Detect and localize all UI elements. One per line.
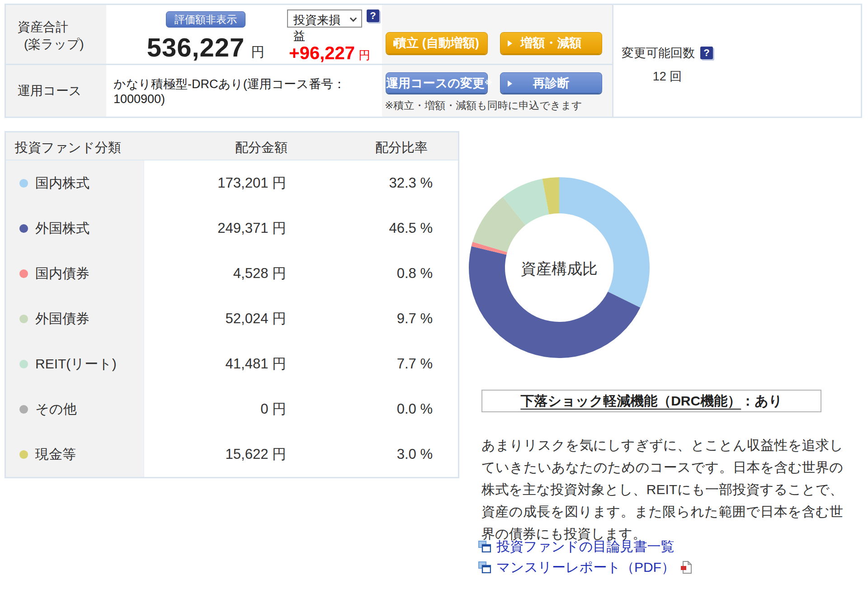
fund-label-cell: その他: [6, 387, 144, 432]
fund-color-dot: [19, 269, 28, 278]
fund-amount: 4,528 円: [144, 251, 293, 296]
button-arrow-icon: [393, 80, 398, 87]
fund-amount: 173,201 円: [144, 160, 293, 206]
fund-label-cell: 国内株式: [6, 160, 144, 206]
fund-table-body: 国内株式 173,201 円 32.3 % 外国株式 249,371 円 46.…: [6, 160, 458, 477]
document-link[interactable]: マンスリーレポート（PDF）: [478, 557, 692, 578]
profit-value: +96,227: [289, 43, 355, 63]
fund-color-dot: [19, 315, 28, 323]
asset-total-label-line1: 資産合計: [18, 19, 106, 36]
buttons-note: ※積立・増額・減額も同時に申込できます: [385, 99, 582, 113]
header-allocation-amount: 配分金額: [205, 139, 318, 157]
asset-summary-panel: 資産合計 (楽ラップ) 評価額非表示 536,227円 投資来損益 ?: [5, 4, 862, 118]
table-row: 現金等 15,622 円 3.0 %: [6, 432, 458, 477]
course-name-cell: かなり積極型-DRCあり(運用コース番号：1000900): [106, 65, 382, 117]
fund-allocation-table: 投資ファンド分類 配分金額 配分比率 国内株式 173,201 円 32.3 %…: [5, 131, 459, 478]
profit-unit: 円: [359, 48, 370, 62]
document-link-label: マンスリーレポート（PDF）: [496, 558, 675, 577]
fund-label-cell: 現金等: [6, 432, 144, 477]
course-row: 運用コース かなり積極型-DRCあり(運用コース番号：1000900) 運用コー…: [6, 64, 612, 117]
change-count-label: 変更可能回数: [622, 45, 695, 61]
asset-total-row: 資産合計 (楽ラップ) 評価額非表示 536,227円 投資来損益 ?: [6, 5, 612, 64]
document-link-label: 投資ファンドの目論見書一覧: [496, 537, 675, 556]
total-asset-unit: 円: [251, 44, 264, 59]
button-arrow-icon: [393, 40, 398, 47]
table-row: 国内株式 173,201 円 32.3 %: [6, 160, 458, 206]
asset-total-label: 資産合計 (楽ラップ): [6, 5, 106, 64]
tsumitate-button-label: 積立 (自動増額): [394, 36, 479, 50]
drc-feature-status: ：あり: [741, 392, 782, 410]
pdf-file-icon[interactable]: [680, 561, 692, 574]
fund-ratio: 0.8 %: [293, 251, 458, 296]
rediagnosis-button[interactable]: 再診断: [500, 72, 602, 93]
fund-amount: 15,622 円: [144, 432, 293, 477]
fund-ratio: 7.7 %: [293, 341, 458, 387]
fund-ratio: 0.0 %: [293, 387, 458, 432]
button-arrow-icon: [508, 40, 512, 47]
fund-label: 国内債券: [35, 264, 90, 283]
badge-wrap: 評価額非表示: [106, 11, 305, 28]
fund-label: 現金等: [35, 445, 76, 464]
donut-center-label: 資産構成比: [491, 259, 627, 279]
asset-actions-area: 積立 (自動増額) 増額・減額: [382, 5, 612, 64]
drc-feature-box: 下落ショック軽減機能（DRC機能）：あり: [481, 390, 821, 412]
profit-help-icon[interactable]: ?: [367, 9, 379, 22]
change-count-panel: 変更可能回数 ? 12 回: [612, 5, 861, 117]
fund-label: 国内株式: [35, 174, 90, 193]
fund-color-dot: [19, 224, 28, 233]
rediagnosis-label: 再診断: [533, 76, 570, 90]
asset-total-label-line2: (楽ラップ): [18, 36, 106, 53]
change-count-help-icon[interactable]: ?: [700, 47, 713, 59]
external-window-icon: [478, 561, 491, 573]
table-row: 外国債券 52,024 円 9.7 %: [6, 296, 458, 341]
total-asset-value: 536,227: [147, 33, 245, 62]
course-change-button[interactable]: 運用コースの変更※: [386, 72, 488, 93]
fund-amount: 41,481 円: [144, 341, 293, 387]
chevron-down-icon: [350, 15, 357, 22]
table-row: 国内債券 4,528 円 0.8 %: [6, 251, 458, 296]
fund-amount: 249,371 円: [144, 206, 293, 251]
profit-period-select[interactable]: 投資来損益: [287, 9, 362, 28]
course-description: あまりリスクを気にしすぎずに、とことん収益性を追求していきたいあなたのためのコー…: [481, 434, 843, 545]
fund-color-dot: [19, 179, 28, 188]
profit-period-value: 投資来損益: [293, 13, 340, 42]
fund-label-cell: 外国株式: [6, 206, 144, 251]
fund-ratio: 9.7 %: [293, 296, 458, 341]
document-link[interactable]: 投資ファンドの目論見書一覧: [478, 536, 692, 557]
table-row: 外国株式 249,371 円 46.5 %: [6, 206, 458, 251]
hide-valuation-button[interactable]: 評価額非表示: [166, 11, 245, 28]
header-allocation-ratio: 配分比率: [349, 139, 453, 157]
fund-ratio: 32.3 %: [293, 160, 458, 206]
course-label-text: 運用コース: [18, 82, 81, 99]
header-fund-category: 投資ファンド分類: [15, 139, 121, 157]
fund-amount: 52,024 円: [144, 296, 293, 341]
fund-color-dot: [19, 360, 28, 368]
course-actions-area: 運用コースの変更※ 再診断 ※積立・増額・減額も同時に申込できます: [382, 65, 612, 117]
button-arrow-icon: [508, 80, 512, 87]
fund-label-cell: 国内債券: [6, 251, 144, 296]
change-count-value: 12 回: [622, 68, 713, 85]
tsumitate-button[interactable]: 積立 (自動増額): [386, 32, 488, 54]
fund-label-cell: REIT(リート): [6, 341, 144, 387]
document-links: 投資ファンドの目論見書一覧 マンスリーレポート（PDF）: [478, 536, 692, 578]
profit-amount: +96,227円: [289, 43, 370, 63]
fund-color-dot: [19, 450, 28, 459]
asset-value-cell: 評価額非表示 536,227円 投資来損益 ? +96,227円: [106, 5, 382, 64]
rakuwrap-dashboard: 資産合計 (楽ラップ) 評価額非表示 536,227円 投資来損益 ?: [0, 0, 868, 594]
total-asset-amount: 536,227円: [106, 32, 305, 62]
course-change-label: 運用コースの変更: [386, 76, 485, 90]
fund-label-cell: 外国債券: [6, 296, 144, 341]
fund-label: 外国株式: [35, 219, 90, 238]
fund-label: REIT(リート): [35, 355, 117, 373]
table-row: REIT(リート) 41,481 円 7.7 %: [6, 341, 458, 387]
drc-feature-title: 下落ショック軽減機能（DRC機能）: [520, 392, 741, 410]
course-label: 運用コース: [6, 65, 106, 117]
zougaku-button-label: 増額・減額: [521, 36, 582, 50]
fund-ratio: 46.5 %: [293, 206, 458, 251]
zougaku-gengaku-button[interactable]: 増額・減額: [500, 32, 602, 54]
external-window-icon: [478, 541, 491, 552]
fund-ratio: 3.0 %: [293, 432, 458, 477]
fund-label: その他: [35, 400, 76, 419]
asset-summary-main: 資産合計 (楽ラップ) 評価額非表示 536,227円 投資来損益 ?: [6, 5, 612, 117]
course-name: かなり積極型-DRCあり(運用コース番号：1000900): [113, 76, 382, 106]
